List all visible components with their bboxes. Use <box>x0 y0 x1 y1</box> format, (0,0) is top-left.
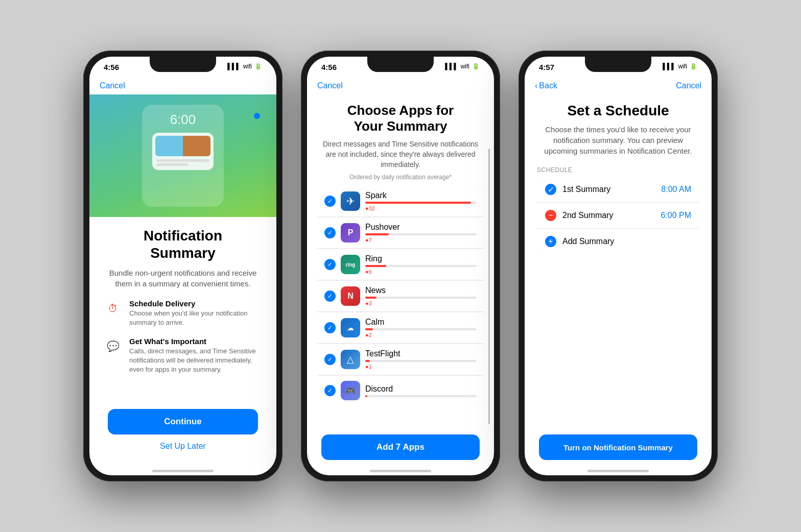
status-time-1: 4:56 <box>104 63 119 71</box>
home-indicator-3 <box>525 465 712 475</box>
check-1st-summary[interactable]: ✓ <box>545 184 556 195</box>
app-icon-discord: 🎮 <box>341 381 360 400</box>
turn-on-button[interactable]: Turn on Notification Summary <box>539 434 697 460</box>
status-time-3: 4:57 <box>539 63 554 71</box>
list-item[interactable]: ✓ ☁ Calm ●2 <box>317 312 484 344</box>
schedule-add-name: Add Summary <box>562 237 691 246</box>
home-bar-2 <box>370 470 431 472</box>
schedule-1st-time[interactable]: 8:00 AM <box>661 185 691 194</box>
add-apps-section: Add 7 Apps <box>307 429 494 465</box>
feature-schedule-title: Schedule Delivery <box>129 299 262 308</box>
app-bar-calm <box>365 328 373 330</box>
schedule-section-label: SCHEDULE <box>537 166 699 174</box>
app-name-discord: Discord <box>365 384 477 394</box>
screen3-title: Set a Schedule <box>537 103 699 119</box>
chat-icon: 💬 <box>104 337 122 355</box>
check-ring[interactable]: ✓ <box>324 259 336 270</box>
feature-important-desc: Calls, direct messages, and Time Sensiti… <box>129 347 262 375</box>
screen1-content: Notification Summary Bundle non-urgent n… <box>89 217 276 465</box>
clock-icon: ⏱ <box>104 299 122 318</box>
app-count-ring: ●6 <box>365 269 477 275</box>
feature-important: 💬 Get What's Important Calls, direct mes… <box>104 337 262 375</box>
back-button-3[interactable]: ‹ Back <box>535 81 557 90</box>
phone-mockup: 6:00 <box>142 105 224 207</box>
app-icon-spark: ✈ <box>341 191 360 211</box>
screen1-desc: Bundle non-urgent notifications and rece… <box>104 268 262 289</box>
feature-schedule: ⏱ Schedule Delivery Choose when you'd li… <box>104 299 262 327</box>
app-name-spark: Spark <box>365 191 477 200</box>
notch-2 <box>367 57 434 72</box>
app-bar-discord <box>365 395 367 397</box>
chevron-left-icon: ‹ <box>535 81 537 90</box>
notch-1 <box>150 57 216 72</box>
phone-1: 4:56 ▌▌▌ wifi 🔋 Cancel 6:00 <box>83 51 282 481</box>
screen3-content: Set a Schedule Choose the times you'd li… <box>525 94 712 434</box>
app-name-calm: Calm <box>365 318 477 327</box>
app-bar-pushover <box>365 233 389 235</box>
check-discord[interactable]: ✓ <box>324 385 336 396</box>
app-bar-testflight <box>365 360 370 362</box>
schedule-row-add[interactable]: + Add Summary <box>537 229 699 254</box>
phone-3: 4:57 ▌▌▌ wifi 🔋 ‹ Back Cancel Set a Sche… <box>519 51 718 481</box>
wifi-icon-2: wifi <box>461 63 469 70</box>
app-icon-pushover: P <box>341 223 360 243</box>
minus-2nd-summary[interactable]: − <box>545 210 556 221</box>
wifi-icon-3: wifi <box>678 63 687 70</box>
list-item[interactable]: ✓ 🎮 Discord <box>317 376 484 405</box>
notch-3 <box>585 57 651 72</box>
mock-dot <box>254 113 260 119</box>
check-news[interactable]: ✓ <box>324 291 336 302</box>
schedule-2nd-time[interactable]: 6:00 PM <box>661 211 691 220</box>
check-spark[interactable]: ✓ <box>324 196 336 207</box>
battery-icon-3: 🔋 <box>690 63 697 70</box>
schedule-1st-name: 1st Summary <box>562 185 655 194</box>
setup-later-link[interactable]: Set Up Later <box>104 442 262 455</box>
app-bar-news <box>365 297 376 299</box>
mock-card-image <box>155 136 210 156</box>
app-name-ring: Ring <box>365 254 477 263</box>
phone-2: 4:56 ▌▌▌ wifi 🔋 Cancel Choose Apps forYo… <box>301 51 500 481</box>
schedule-2nd-name: 2nd Summary <box>562 211 654 220</box>
plus-add-summary[interactable]: + <box>545 236 556 247</box>
mock-line-2 <box>156 163 188 166</box>
status-icons-3: ▌▌▌ wifi 🔋 <box>663 63 697 70</box>
list-item[interactable]: ✓ ring Ring ●6 <box>317 249 484 280</box>
mock-card <box>152 133 214 170</box>
app-count-calm: ●2 <box>365 332 477 338</box>
home-bar-1 <box>152 470 214 472</box>
signal-icon-3: ▌▌▌ <box>663 63 676 70</box>
signal-icon: ▌▌▌ <box>227 63 241 70</box>
screen2-desc: Direct messages and Time Sensitive notif… <box>317 139 484 170</box>
schedule-row-1st[interactable]: ✓ 1st Summary 8:00 AM <box>537 177 699 203</box>
app-name-news: News <box>365 286 477 295</box>
add-apps-button[interactable]: Add 7 Apps <box>321 434 480 460</box>
continue-button[interactable]: Continue <box>108 409 258 434</box>
status-icons-1: ▌▌▌ wifi 🔋 <box>227 63 262 70</box>
home-indicator-1 <box>89 465 276 475</box>
list-item[interactable]: ✓ △ TestFlight ●1 <box>317 344 484 375</box>
turn-on-section: Turn on Notification Summary <box>525 434 712 465</box>
hero-section: 6:00 <box>89 94 276 217</box>
home-bar-3 <box>587 470 649 472</box>
cancel-button-1[interactable]: Cancel <box>100 81 125 90</box>
schedule-card: ✓ 1st Summary 8:00 AM − 2nd Summary 6:00… <box>537 177 699 254</box>
app-bar-spark <box>365 202 471 204</box>
app-count-spark: ●32 <box>365 205 477 211</box>
nav-bar-3: ‹ Back Cancel <box>525 79 712 94</box>
screen2-content: Choose Apps forYour Summary Direct messa… <box>307 94 494 429</box>
check-testflight[interactable]: ✓ <box>324 354 336 365</box>
status-time-2: 4:56 <box>321 63 337 71</box>
list-item[interactable]: ✓ ✈ Spark ●32 <box>317 186 484 217</box>
app-list: ✓ ✈ Spark ●32 ✓ P Pushover <box>317 186 484 405</box>
mock-card-lines <box>155 158 210 167</box>
check-pushover[interactable]: ✓ <box>324 227 336 238</box>
schedule-row-2nd[interactable]: − 2nd Summary 6:00 PM <box>537 203 699 229</box>
check-calm[interactable]: ✓ <box>324 322 336 333</box>
cancel-button-2[interactable]: Cancel <box>317 81 343 90</box>
feature-important-title: Get What's Important <box>129 337 262 346</box>
mock-line-1 <box>156 159 209 162</box>
cancel-button-3[interactable]: Cancel <box>676 81 701 90</box>
list-item[interactable]: ✓ P Pushover ●7 <box>317 217 484 249</box>
feature-schedule-desc: Choose when you'd like your notification… <box>129 309 262 327</box>
list-item[interactable]: ✓ N News ●3 <box>317 281 484 312</box>
